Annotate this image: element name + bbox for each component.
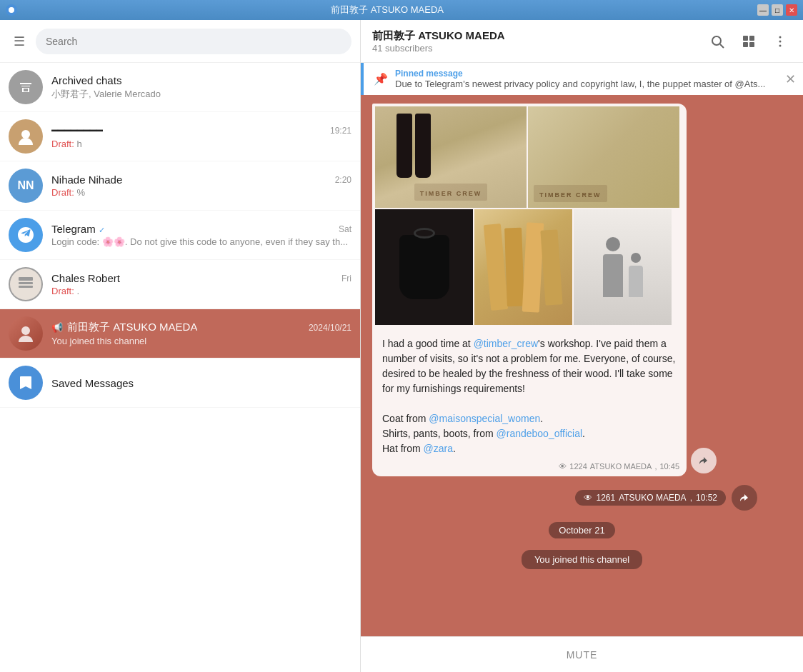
sidebar-header: ☰	[0, 20, 360, 63]
mention-zara: @zara	[424, 443, 453, 454]
telegram-time: Sat	[339, 224, 351, 234]
hamburger-button[interactable]: ☰	[9, 31, 30, 52]
svg-point-12	[779, 36, 782, 38]
mention-randeboo: @randeboo_official	[497, 428, 583, 439]
mention-timber: @timber_crew	[474, 338, 538, 349]
atsuko-time: 2024/10/21	[309, 323, 351, 333]
view-count-1: 1224	[569, 461, 587, 473]
user1-info: ━━━━━━━━ 19:21 Draft: h	[51, 124, 351, 149]
minimize-button[interactable]: —	[757, 4, 769, 16]
maximize-button[interactable]: □	[772, 4, 783, 16]
avatar-user1	[9, 119, 43, 154]
avatar-atsuko	[9, 316, 43, 351]
archived-preview: 小野君子, Valerie Mercado	[51, 88, 351, 101]
telegram-name: Telegram ✓	[51, 223, 105, 235]
photo-workshop	[474, 209, 572, 325]
chat-item-atsuko[interactable]: 📢 前田敦子 ATSUKO MAEDA 2024/10/21 You joine…	[0, 309, 360, 358]
chat-item-archived[interactable]: Archived chats 小野君子, Valerie Mercado	[0, 63, 360, 112]
user1-time: 19:21	[330, 126, 351, 136]
photo-row-bottom	[372, 209, 687, 328]
photo-timber-1: TIMBER CREW	[375, 106, 527, 208]
chat-item-telegram[interactable]: Telegram ✓ Sat Login code: 🌸🌸. Do not gi…	[0, 211, 360, 260]
pinned-message[interactable]: 📌 Pinned message Due to Telegram's newes…	[361, 63, 803, 95]
chales-preview: Draft: .	[51, 286, 351, 296]
user1-name: ━━━━━━━━	[51, 124, 103, 137]
mute-button[interactable]: MUTE	[567, 649, 598, 661]
svg-rect-10	[743, 42, 748, 47]
svg-point-1	[21, 130, 30, 139]
nihade-preview: Draft: %	[51, 187, 351, 198]
archived-info: Archived chats 小野君子, Valerie Mercado	[51, 74, 351, 101]
svg-point-0	[9, 7, 14, 13]
chales-time: Fri	[341, 274, 351, 284]
view-toggle-button[interactable]	[737, 30, 760, 53]
archived-name: Archived chats	[51, 74, 121, 86]
svg-rect-9	[749, 36, 754, 41]
chat-item-chales[interactable]: Chales Robert Fri Draft: .	[0, 260, 360, 309]
forward-button-2[interactable]	[732, 485, 757, 511]
svg-rect-3	[19, 282, 33, 284]
window-controls: — □ ✕	[757, 4, 797, 16]
mute-bar: MUTE	[361, 636, 803, 672]
messages-area: TIMBER CREW	[361, 95, 803, 636]
photo-portrait	[574, 209, 672, 325]
view-icon: 👁	[559, 461, 567, 473]
avatar-nihade: NN	[9, 169, 43, 203]
avatar-archived	[9, 70, 43, 104]
svg-rect-2	[19, 277, 33, 281]
sidebar: ☰ Archived chats 小野君子, Valerie Mercado	[0, 20, 361, 672]
chales-name: Chales Robert	[51, 272, 120, 284]
atsuko-preview: You joined this channel	[51, 336, 351, 346]
more-options-button[interactable]	[769, 30, 792, 53]
svg-rect-4	[19, 286, 33, 288]
telegram-info: Telegram ✓ Sat Login code: 🌸🌸. Do not gi…	[51, 223, 351, 247]
stats-badge-2: 👁 1261 ATSUKO MAEDA, 10:52	[575, 490, 726, 506]
avatar-telegram	[9, 218, 43, 252]
pinned-text: Due to Telegram's newest privacy policy …	[395, 79, 765, 89]
chat-item-saved[interactable]: Saved Messages	[0, 358, 360, 408]
atsuko-info: 📢 前田敦子 ATSUKO MAEDA 2024/10/21 You joine…	[51, 321, 351, 346]
chales-info: Chales Robert Fri Draft: .	[51, 272, 351, 296]
photo-row-top: TIMBER CREW	[372, 104, 687, 208]
title-bar: 前田敦子 ATSUKO MAEDA — □ ✕	[0, 0, 803, 20]
chat-item-user1[interactable]: ━━━━━━━━ 19:21 Draft: h	[0, 112, 360, 161]
chat-list: Archived chats 小野君子, Valerie Mercado ━━━…	[0, 63, 360, 672]
window-title: 前田敦子 ATSUKO MAEDA	[17, 4, 757, 16]
message-inner: TIMBER CREW	[372, 104, 687, 476]
header-actions	[706, 30, 792, 53]
message-meta-1: 👁 1224 ATSUKO MAEDA, 10:45	[559, 461, 679, 473]
svg-rect-11	[749, 42, 754, 47]
pin-icon: 📌	[374, 72, 388, 86]
pinned-close-button[interactable]: ✕	[785, 71, 796, 87]
atsuko-name: 📢 前田敦子 ATSUKO MAEDA	[51, 321, 197, 334]
eye-icon-2: 👁	[584, 493, 592, 503]
svg-point-13	[779, 40, 782, 42]
message-time-1: 10:45	[659, 461, 679, 473]
time-2: 10:52	[696, 493, 717, 503]
chat-header-name: 前田敦子 ATSUKO MAEDA	[372, 29, 697, 43]
search-input[interactable]	[36, 29, 351, 54]
svg-point-5	[21, 326, 30, 335]
joined-badge: You joined this channel	[522, 550, 642, 569]
saved-info: Saved Messages	[51, 377, 351, 389]
nihade-name: Nihade Nihade	[51, 174, 122, 186]
svg-line-7	[720, 44, 724, 48]
message-text: I had a good time at @timber_crew's work…	[372, 329, 687, 476]
mention-maison: @maisonspecial_women	[429, 413, 540, 424]
telegram-preview: Login code: 🌸🌸. Do not give this code to…	[51, 236, 351, 247]
search-button[interactable]	[706, 30, 729, 53]
view-count-2: 1261	[596, 493, 615, 503]
author-2: ATSUKO MAEDA	[619, 493, 686, 503]
chat-panel: 前田敦子 ATSUKO MAEDA 41 subscribers 📌 Pinne…	[361, 20, 803, 672]
svg-point-6	[712, 36, 721, 45]
saved-name: Saved Messages	[51, 377, 134, 389]
message-stats-2: 👁 1261 ATSUKO MAEDA, 10:52	[372, 485, 757, 511]
forward-button-1[interactable]	[691, 448, 717, 473]
close-button[interactable]: ✕	[786, 4, 797, 16]
avatar-chales	[9, 267, 43, 301]
message-author-1: ATSUKO MAEDA	[590, 461, 652, 473]
photo-timber-2: TIMBER CREW	[528, 106, 679, 208]
app-icon	[6, 4, 17, 16]
nihade-info: Nihade Nihade 2:20 Draft: %	[51, 174, 351, 198]
chat-item-nihade[interactable]: NN Nihade Nihade 2:20 Draft: %	[0, 161, 360, 211]
